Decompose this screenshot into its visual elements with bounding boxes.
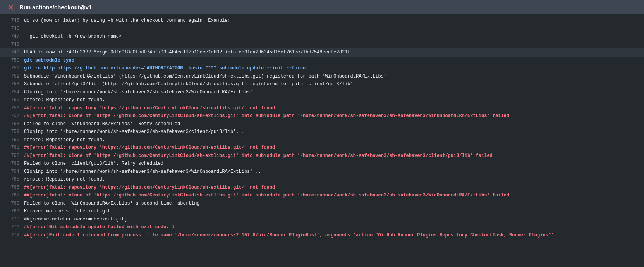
log-row[interactable]: 757##[error]fatal: clone of 'https://git…	[0, 112, 644, 120]
log-row[interactable]: 753Submodule 'client/gui3/lib' (https://…	[0, 80, 644, 88]
line-number: 753	[0, 80, 24, 88]
line-number: 745	[0, 17, 24, 25]
log-line-text: ##[error]Exit code 1 returned from proce…	[24, 231, 644, 239]
line-number: 759	[0, 128, 24, 136]
log-row[interactable]: 770##[remove-matcher owner=checkout-git]	[0, 215, 644, 224]
line-number: 746	[0, 25, 24, 33]
log-row[interactable]: 766##[error]fatal: repository 'https://g…	[0, 184, 644, 192]
log-row[interactable]: 763Failed to clone 'client/gui3/lib'. Re…	[0, 160, 644, 168]
line-number: 772	[0, 231, 24, 239]
log-line-text: Failed to clone 'WinOnboardLRA/ExtLibs'.…	[24, 120, 644, 128]
line-number: 768	[0, 200, 24, 208]
line-number: 766	[0, 184, 24, 192]
line-number: 765	[0, 176, 24, 184]
log-line-text: ##[error]fatal: clone of 'https://github…	[24, 152, 644, 160]
step-title: Run actions/checkout@v1	[19, 4, 92, 10]
log-row[interactable]: 768Failed to clone 'WinOnboardLRA/ExtLib…	[0, 200, 644, 208]
line-number: 758	[0, 120, 24, 128]
log-row[interactable]: 749HEAD is now at 740fd2332 Merge 0dfe9f…	[0, 48, 644, 57]
log-row[interactable]: 761##[error]fatal: repository 'https://g…	[0, 144, 644, 152]
line-number: 754	[0, 88, 24, 96]
log-line-text: git submodule sync	[24, 57, 644, 65]
log-row[interactable]: 752Submodule 'WinOnboardLRA/ExtLibs' (ht…	[0, 72, 644, 81]
log-line-text: git checkout -b <new-branch-name>	[24, 33, 644, 41]
line-number: 764	[0, 168, 24, 176]
log-row[interactable]: 771##[error]Git submodule update failed …	[0, 223, 644, 231]
log-row[interactable]: 764Cloning into '/home/runner/work/sh-sa…	[0, 168, 644, 176]
line-number: 770	[0, 215, 24, 224]
line-number: 762	[0, 152, 24, 160]
log-line-text: ##[error]fatal: repository 'https://gith…	[24, 104, 644, 112]
line-number: 747	[0, 33, 24, 41]
log-line-text: Submodule 'WinOnboardLRA/ExtLibs' (https…	[24, 72, 644, 81]
log-row[interactable]: 748	[0, 41, 644, 49]
log-row[interactable]: 747 git checkout -b <new-branch-name>	[0, 33, 644, 41]
line-number: 763	[0, 160, 24, 168]
log-row[interactable]: 769Removed matchers: 'checkout-git'	[0, 207, 644, 215]
log-line-text: remote: Repository not found.	[24, 176, 644, 184]
line-number: 771	[0, 223, 24, 231]
log-line-text: ##[error]fatal: clone of 'https://github…	[24, 112, 644, 120]
log-line-text: Submodule 'client/gui3/lib' (https://git…	[24, 80, 644, 88]
log-row[interactable]: 756##[error]fatal: repository 'https://g…	[0, 104, 644, 112]
line-number: 749	[0, 48, 24, 57]
line-number: 750	[0, 57, 24, 65]
log-row[interactable]: 758Failed to clone 'WinOnboardLRA/ExtLib…	[0, 120, 644, 128]
line-number: 767	[0, 191, 24, 200]
log-line-text: remote: Repository not found.	[24, 136, 644, 144]
log-line-text: ##[error]Git submodule update failed wit…	[24, 223, 644, 231]
close-error-icon	[8, 4, 14, 10]
log-row[interactable]: 746	[0, 25, 644, 33]
log-line-text: Cloning into '/home/runner/work/sh-safeh…	[24, 168, 644, 176]
log-line-text: remote: Repository not found.	[24, 96, 644, 104]
log-row[interactable]: 765remote: Repository not found.	[0, 176, 644, 184]
log-row[interactable]: 762##[error]fatal: clone of 'https://git…	[0, 152, 644, 160]
log-line-text: Failed to clone 'WinOnboardLRA/ExtLibs' …	[24, 200, 644, 208]
line-number: 769	[0, 207, 24, 215]
log-line-text: Removed matchers: 'checkout-git'	[24, 207, 644, 215]
log-line-text: Cloning into '/home/runner/work/sh-safeh…	[24, 128, 644, 136]
line-number: 756	[0, 104, 24, 112]
log-line-text: git -c http.https://github.com.extrahead…	[24, 64, 644, 72]
log-row[interactable]: 767##[error]fatal: clone of 'https://git…	[0, 191, 644, 200]
log-row[interactable]: 745do so (now or later) by using -b with…	[0, 17, 644, 25]
line-number: 760	[0, 136, 24, 144]
log-line-text: ##[remove-matcher owner=checkout-git]	[24, 215, 644, 224]
log-line-text	[24, 41, 644, 49]
log-row[interactable]: 751git -c http.https://github.com.extrah…	[0, 64, 644, 72]
line-number: 751	[0, 64, 24, 72]
log-line-text	[24, 25, 644, 33]
log-line-text: ##[error]fatal: clone of 'https://github…	[24, 191, 644, 200]
log-output: 745do so (now or later) by using -b with…	[0, 14, 644, 244]
line-number: 755	[0, 96, 24, 104]
log-line-text: Failed to clone 'client/gui3/lib'. Retry…	[24, 160, 644, 168]
log-row[interactable]: 754Cloning into '/home/runner/work/sh-sa…	[0, 88, 644, 96]
line-number: 761	[0, 144, 24, 152]
log-row[interactable]: 759Cloning into '/home/runner/work/sh-sa…	[0, 128, 644, 136]
log-row[interactable]: 755remote: Repository not found.	[0, 96, 644, 104]
line-number: 748	[0, 41, 24, 49]
log-line-text: HEAD is now at 740fd2332 Merge 0dfe9f8c0…	[24, 48, 644, 57]
line-number: 752	[0, 72, 24, 81]
line-number: 757	[0, 112, 24, 120]
step-header[interactable]: Run actions/checkout@v1	[0, 0, 644, 14]
log-row[interactable]: 750git submodule sync	[0, 57, 644, 65]
log-row[interactable]: 772##[error]Exit code 1 returned from pr…	[0, 231, 644, 239]
log-line-text: Cloning into '/home/runner/work/sh-safeh…	[24, 88, 644, 96]
log-row[interactable]: 760remote: Repository not found.	[0, 136, 644, 144]
log-line-text: do so (now or later) by using -b with th…	[24, 17, 644, 25]
log-line-text: ##[error]fatal: repository 'https://gith…	[24, 184, 644, 192]
log-line-text: ##[error]fatal: repository 'https://gith…	[24, 144, 644, 152]
